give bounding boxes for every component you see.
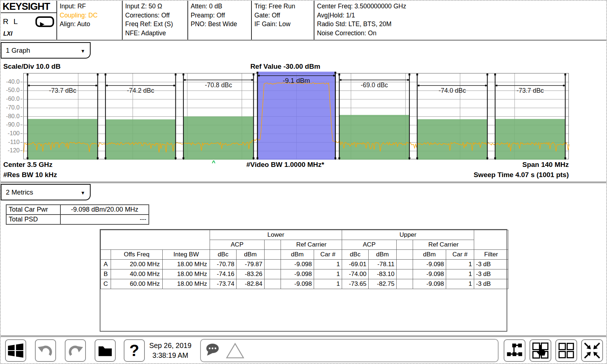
graph-pane: 1 Graph ▼ Scale/Div 10.0 dB Ref Value -3…: [1, 41, 607, 181]
undo-icon: [37, 342, 54, 359]
upper-dbc-value: -69.01: [342, 260, 369, 269]
lower-car-value: 1: [314, 269, 342, 279]
subheader-acp: ACP: [210, 240, 265, 250]
svg-text:-69.0 dBc: -69.0 dBc: [361, 81, 388, 89]
lower-dbc-value: -74.16: [210, 269, 237, 279]
measurement-setup-button[interactable]: [504, 339, 525, 362]
col-header-ref-dbm: dBm: [413, 250, 446, 260]
y-tick-mark: [20, 151, 23, 151]
svg-text:-74.2 dBc: -74.2 dBc: [127, 87, 154, 94]
svg-text:-74.0 dBc: -74.0 dBc: [439, 87, 466, 94]
metrics-pane: 2 Metrics ▼ Total Car Pwr -9.098 dBm/20.…: [1, 183, 607, 335]
subheader-acp: ACP: [342, 240, 397, 250]
brand-cell: KEYSIGHT R L LXI: [1, 1, 57, 40]
windows-logo-icon: [7, 342, 24, 359]
undo-button[interactable]: [35, 339, 56, 362]
lower-dbc-value: -73.74: [210, 279, 237, 289]
spectrum-plot[interactable]: -73.7 dBc-74.2 dBc-70.8 dBc-69.0 dBc-74.…: [23, 73, 569, 159]
y-tick-label: -90.0: [1, 121, 20, 128]
upper-car-value: 1: [446, 279, 474, 289]
svg-text:-73.7 dBc: -73.7 dBc: [49, 87, 76, 94]
collapse-arrows-icon: [583, 342, 601, 359]
keysight-logo: KEYSIGHT: [1, 1, 56, 13]
group-header-upper: Upper: [342, 230, 474, 240]
continuous-sweep-icon: [35, 16, 54, 28]
total-psd-value: ---: [60, 215, 149, 224]
mode-indicator: R L: [3, 17, 19, 26]
offs-freq-value: 60.00 MHz: [111, 279, 163, 289]
node-diagram-icon: [506, 342, 523, 359]
table-row: Lower Upper: [101, 230, 508, 240]
alert-triangle-icon: [226, 342, 245, 359]
row-id: C: [101, 279, 111, 289]
setting-line: NFE: Adaptive: [125, 29, 186, 38]
lower-dbm-value: -82.84: [237, 279, 265, 289]
impedance-settings-cell[interactable]: Input Z: 50 Ω Corrections: Off Freq Ref:…: [123, 1, 188, 40]
upper-ref-dbm-value: -9.098: [413, 269, 446, 279]
input-settings-cell[interactable]: Input: RF Coupling: DC Align: Auto: [57, 1, 123, 40]
time-text: 3:38:19 AM: [143, 351, 197, 360]
help-button[interactable]: ?: [124, 339, 145, 362]
redo-button[interactable]: [65, 339, 86, 362]
col-header-dbm: dBm: [237, 250, 265, 260]
col-header-ref-dbm: dBm: [281, 250, 314, 260]
y-axis-labels: -40.0-50.0-60.0-70.0-80.0-90.0-100-110-1…: [1, 73, 23, 159]
atten-settings-cell[interactable]: Atten: 0 dB Preamp: Off PNO: Best Wide: [188, 1, 252, 40]
acp-results-table: Lower Upper ACP Ref Carrier ACP Ref Carr…: [100, 230, 508, 289]
offs-freq-value: 20.00 MHz: [111, 260, 163, 269]
upper-car-value: 1: [446, 269, 474, 279]
lower-ref-dbm-value: -9.098: [281, 279, 314, 289]
group-header-lower: Lower: [210, 230, 342, 240]
upper-dbm-value: -83.10: [369, 269, 397, 279]
y-tick-mark: [20, 90, 23, 91]
graph-view-dropdown[interactable]: 1 Graph ▼: [1, 42, 91, 59]
touch-select-button[interactable]: [529, 339, 551, 362]
col-header-dbc: dBc: [342, 250, 369, 260]
carrier-power-summary: Total Car Pwr -9.098 dBm/20.00 MHz Total…: [6, 204, 149, 225]
upper-dbc-value: -73.65: [342, 279, 369, 289]
y-tick-label: -70.0: [1, 104, 20, 111]
question-mark-icon: ?: [130, 343, 139, 359]
row-id: A: [101, 260, 111, 269]
setting-line: PNO: Best Wide: [191, 20, 250, 29]
y-tick-label: -60.0: [1, 95, 20, 102]
col-header-car: Car #: [446, 250, 474, 260]
graph-tab-label: 1 Graph: [1, 47, 30, 55]
frequency-settings-cell[interactable]: Center Freq: 3.500000000 GHz Avg|Hold: 1…: [314, 1, 607, 40]
message-panel[interactable]: [200, 339, 499, 362]
upper-dbm-value: -82.75: [369, 279, 397, 289]
total-car-pwr-value: -9.098 dBm/20.00 MHz: [60, 205, 149, 215]
upper-ref-dbm-value: -9.098: [413, 279, 446, 289]
spacer-cell: [397, 260, 413, 269]
setting-line: Preamp: Off: [191, 11, 250, 20]
y-tick-mark: [20, 116, 23, 117]
spacer-cell: [265, 279, 281, 289]
integ-bw-value: 18.00 MHz: [163, 279, 210, 289]
collapse-view-button[interactable]: [581, 339, 603, 362]
spacer-cell: [101, 250, 111, 260]
subheader-ref-carrier: Ref Carrier: [281, 240, 342, 250]
lower-dbm-value: -83.26: [237, 269, 265, 279]
y-tick-label: -100: [1, 130, 20, 137]
col-header-dbc: dBc: [210, 250, 237, 260]
offs-freq-value: 40.00 MHz: [111, 269, 163, 279]
col-header-integ-bw: Integ BW: [163, 250, 210, 260]
windows-start-button[interactable]: [5, 339, 26, 362]
metrics-view-dropdown[interactable]: 2 Metrics ▼: [1, 184, 91, 200]
message-bubble-icon[interactable]: [205, 342, 222, 359]
spacer-cell: [265, 260, 281, 269]
spacer-cell: [265, 250, 281, 260]
y-tick-mark: [20, 133, 23, 134]
lower-dbm-value: -79.87: [237, 260, 265, 269]
table-row: Total Car Pwr -9.098 dBm/20.00 MHz: [6, 205, 149, 215]
setting-line: Freq Ref: Ext (S): [125, 20, 186, 29]
col-header-filter: Filter: [474, 250, 508, 260]
y-tick-mark: [20, 108, 23, 108]
lower-ref-dbm-value: -9.098: [281, 269, 314, 279]
trigger-settings-cell[interactable]: Trig: Free Run Gate: Off IF Gain: Low: [252, 1, 314, 40]
setting-line: Corrections: Off: [125, 11, 186, 20]
row-id: B: [101, 269, 111, 279]
file-open-button[interactable]: [95, 339, 116, 362]
integ-bw-value: 18.00 MHz: [163, 269, 210, 279]
window-layout-button[interactable]: [555, 339, 577, 362]
